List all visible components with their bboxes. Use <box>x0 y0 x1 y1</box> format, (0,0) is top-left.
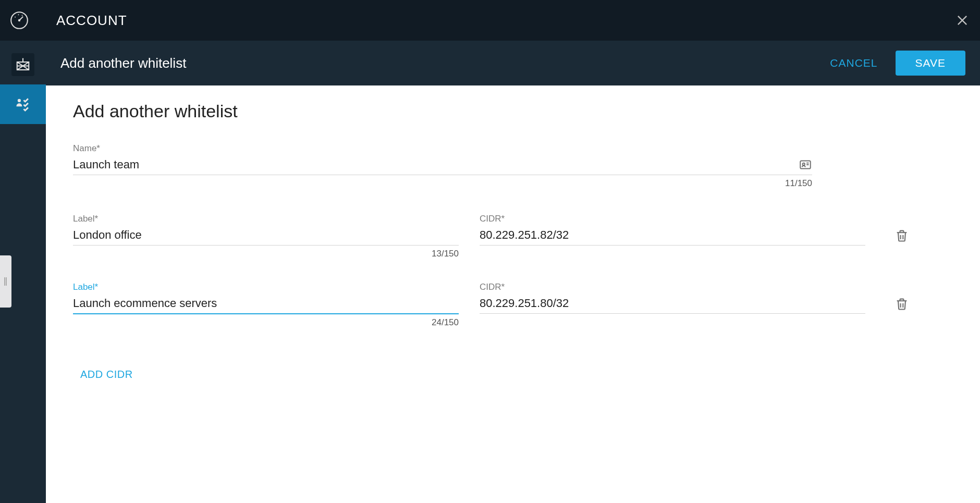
row1-cidr-input[interactable] <box>480 293 865 313</box>
cidr-row: Label* 13/150 CIDR* <box>73 214 953 259</box>
svg-point-14 <box>18 99 21 102</box>
drawer-handle[interactable] <box>0 255 11 308</box>
row0-delete-button[interactable] <box>886 214 917 243</box>
trash-icon <box>895 228 909 243</box>
contact-card-icon <box>799 158 812 171</box>
name-input[interactable] <box>73 155 792 175</box>
svg-point-3 <box>15 17 16 18</box>
row0-cidr-input[interactable] <box>480 225 865 245</box>
row0-label-counter: 13/150 <box>73 249 459 259</box>
row1-label-counter: 24/150 <box>73 317 459 328</box>
row1-label-input[interactable] <box>73 293 459 313</box>
form-heading: Add another whitelist <box>73 101 953 121</box>
name-field: Name* 11/150 <box>73 143 812 189</box>
row1-label-label: Label* <box>73 282 459 292</box>
name-label: Name* <box>73 143 812 154</box>
row0-label-label: Label* <box>73 214 459 224</box>
svg-point-5 <box>22 15 23 16</box>
trash-icon <box>895 297 909 311</box>
user-checklist-icon <box>11 93 34 116</box>
row0-label-input[interactable] <box>73 225 459 245</box>
name-counter: 11/150 <box>73 178 812 189</box>
gauge-icon <box>6 10 32 30</box>
sidebar-item-whitelists[interactable] <box>0 84 46 124</box>
row1-cidr-label: CIDR* <box>480 282 865 292</box>
cancel-button[interactable]: CANCEL <box>830 57 877 69</box>
svg-point-4 <box>18 14 19 15</box>
close-icon[interactable] <box>955 13 970 28</box>
row1-delete-button[interactable] <box>886 282 917 311</box>
add-cidr-button[interactable]: ADD CIDR <box>73 363 140 386</box>
save-button[interactable]: SAVE <box>896 51 965 76</box>
svg-point-2 <box>18 19 20 21</box>
page-title: ACCOUNT <box>56 13 127 29</box>
svg-rect-17 <box>800 161 811 168</box>
svg-point-18 <box>803 163 805 165</box>
topbar: ACCOUNT <box>0 0 980 41</box>
subheader-title: Add another whitelist <box>60 55 186 71</box>
sidebar-item-fabric[interactable] <box>0 45 46 84</box>
fabric-icon <box>11 53 34 76</box>
form-content: Add another whitelist Name* <box>46 85 980 503</box>
svg-point-13 <box>22 58 24 60</box>
row0-cidr-label: CIDR* <box>480 214 865 224</box>
cidr-row: Label* 24/150 CIDR* <box>73 282 953 328</box>
subheader: Add another whitelist CANCEL SAVE <box>46 41 980 85</box>
